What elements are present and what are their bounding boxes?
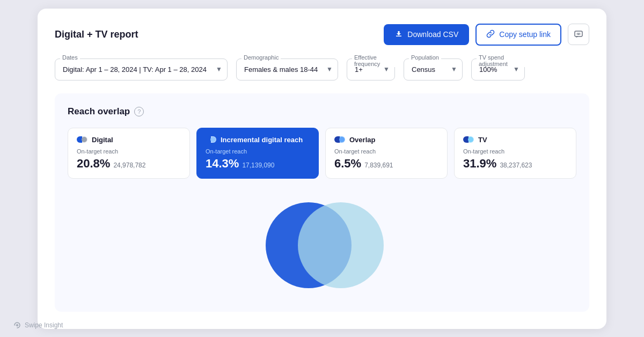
frequency-label: Effective frequency [352, 54, 395, 67]
incremental-card-name: Incremental digital reach [221, 136, 303, 144]
incremental-card[interactable]: Incremental digital reach On-target reac… [196, 128, 319, 179]
main-card: Digital + TV report Download CSV [38, 9, 606, 329]
digital-card-label: On-target reach [77, 148, 181, 155]
tv-spend-filter: TV spend adjustment 100% ▼ [471, 58, 525, 80]
incremental-card-label: On-target reach [206, 148, 310, 155]
population-select[interactable]: Census [404, 58, 463, 80]
digital-card[interactable]: Digital On-target reach 20.8% 24,978,782 [68, 128, 190, 179]
frequency-filter: Effective frequency 1+ ▼ [347, 58, 395, 80]
demographic-select[interactable]: Females & males 18-44 [236, 58, 338, 80]
overlap-card-name: Overlap [349, 136, 375, 144]
incremental-card-count: 17,139,090 [242, 162, 274, 169]
overlap-card[interactable]: Overlap On-target reach 6.5% 7,839,691 [325, 128, 448, 179]
dates-filter: Dates Digital: Apr 1 – 28, 2024 | TV: Ap… [55, 58, 228, 80]
digital-card-count: 24,978,782 [113, 162, 145, 169]
tv-card-label: On-target reach [463, 148, 567, 155]
digital-card-name: Digital [92, 136, 113, 144]
download-icon [394, 30, 403, 40]
reach-overlap-title: Reach overlap [68, 106, 130, 117]
venn-diagram [68, 192, 576, 299]
header-row: Digital + TV report Download CSV [55, 24, 589, 46]
download-csv-button[interactable]: Download CSV [384, 24, 469, 45]
overlap-card-count: 7,839,691 [364, 162, 393, 169]
link-icon [486, 30, 495, 40]
population-filter: Population Census ▼ [404, 58, 463, 80]
overlap-toggle-icon [334, 136, 345, 143]
tv-toggle-icon [463, 136, 474, 143]
overlap-card-label: On-target reach [334, 148, 438, 155]
filters-row: Dates Digital: Apr 1 – 28, 2024 | TV: Ap… [55, 58, 589, 80]
tv-card-name: TV [478, 136, 487, 144]
swipe-insight-logo-icon [13, 321, 21, 329]
reach-cards-row: Digital On-target reach 20.8% 24,978,782… [68, 128, 576, 179]
digital-card-percent: 20.8% [77, 157, 110, 171]
overlap-card-percent: 6.5% [334, 157, 361, 171]
svg-point-3 [298, 202, 384, 288]
tv-card[interactable]: TV On-target reach 31.9% 38,237,623 [454, 128, 576, 179]
tv-card-count: 38,237,623 [500, 162, 532, 169]
incremental-card-percent: 14.3% [206, 157, 239, 171]
digital-toggle-icon [77, 136, 87, 143]
population-label: Population [409, 54, 441, 61]
branding-text: Swipe Insight [25, 321, 63, 329]
demographic-filter: Demographic Females & males 18-44 ▼ [236, 58, 338, 80]
tv-card-percent: 31.9% [463, 157, 496, 171]
header-actions: Download CSV Copy setup link [384, 24, 589, 46]
dates-select[interactable]: Digital: Apr 1 – 28, 2024 | TV: Apr 1 – … [55, 58, 228, 80]
svg-rect-0 [575, 31, 582, 36]
branding: Swipe Insight [13, 321, 63, 329]
tv-spend-label: TV spend adjustment [477, 54, 525, 67]
dates-label: Dates [60, 54, 80, 61]
copy-setup-button[interactable]: Copy setup link [475, 24, 561, 46]
reach-overlap-section: Reach overlap ? Digital On-target reach … [55, 93, 589, 312]
reach-header: Reach overlap ? [68, 106, 576, 117]
message-icon-button[interactable] [568, 24, 589, 45]
reach-info-icon[interactable]: ? [134, 107, 144, 116]
venn-svg [247, 192, 397, 299]
demographic-label: Demographic [241, 54, 281, 61]
incremental-toggle-icon [206, 136, 216, 143]
report-title: Digital + TV report [55, 29, 138, 40]
